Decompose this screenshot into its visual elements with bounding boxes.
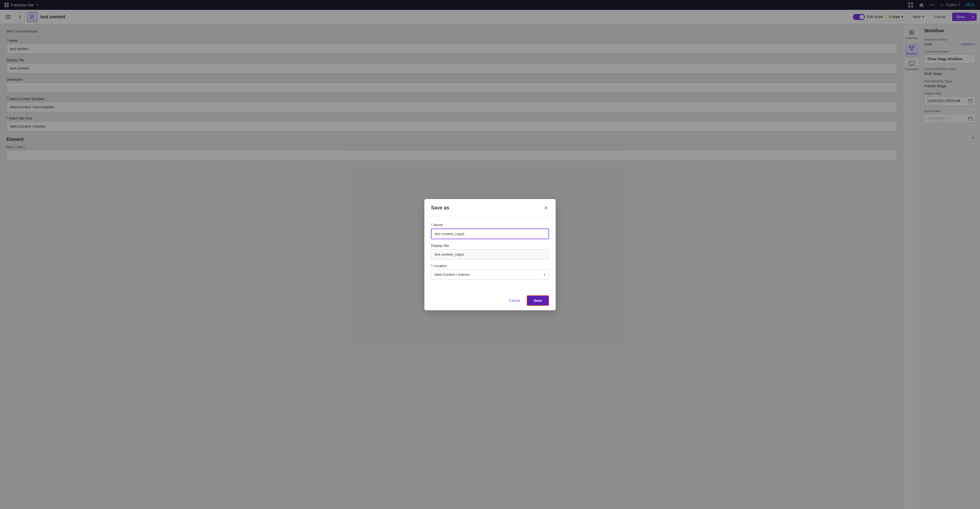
- modal-save-label: Save: [534, 299, 542, 302]
- save-as-modal: Save as ✕ * Name Display title * Locatio…: [425, 199, 555, 310]
- modal-name-field: * Name: [431, 223, 549, 239]
- modal-name-input[interactable]: [431, 229, 549, 239]
- modal-location-wrapper: Web Content / Articles: [431, 270, 549, 280]
- modal-location-select[interactable]: Web Content / Articles: [431, 270, 549, 280]
- modal-footer: Cancel Save: [425, 291, 555, 310]
- modal-title: Save as: [431, 205, 449, 211]
- modal-body: * Name Display title * Location Web Cont…: [425, 216, 555, 291]
- modal-save-button[interactable]: Save: [527, 295, 549, 306]
- modal-cancel-label: Cancel: [509, 299, 520, 302]
- modal-cancel-button[interactable]: Cancel: [506, 296, 523, 305]
- modal-name-label: * Name: [431, 223, 549, 227]
- modal-overlay[interactable]: Save as ✕ * Name Display title * Locatio…: [0, 0, 980, 509]
- modal-display-title-label: Display title: [431, 243, 549, 248]
- modal-display-title-input[interactable]: [431, 249, 549, 259]
- modal-location-field: * Location Web Content / Articles: [431, 264, 549, 280]
- modal-location-label: * Location: [431, 264, 549, 268]
- modal-close-button[interactable]: ✕: [543, 204, 549, 212]
- modal-header: Save as ✕: [425, 199, 555, 216]
- modal-display-title-field: Display title: [431, 243, 549, 259]
